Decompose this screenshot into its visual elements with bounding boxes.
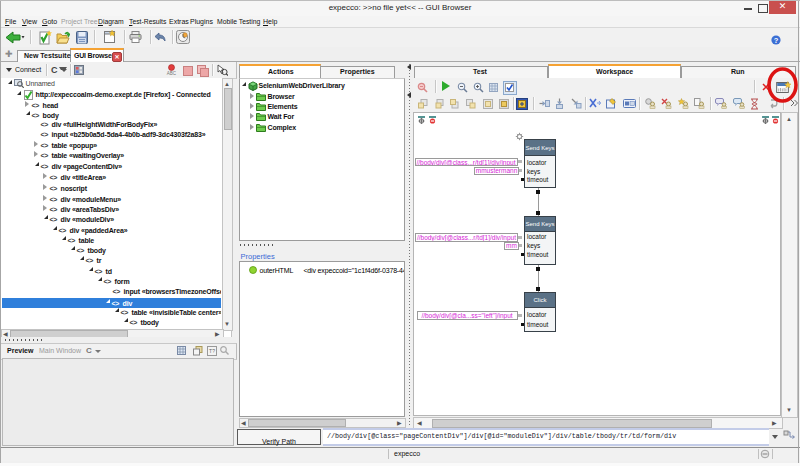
svg-text:?: ? [774, 36, 779, 45]
